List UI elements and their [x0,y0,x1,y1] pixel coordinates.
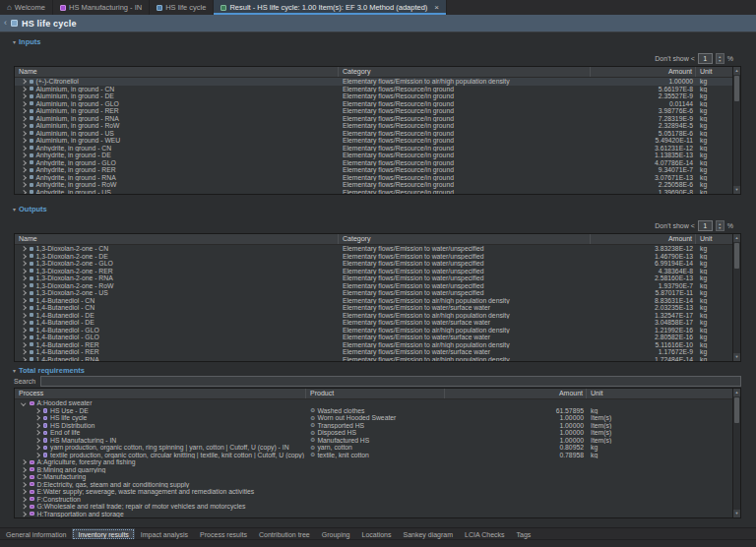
column-header-amount[interactable]: Amount [445,389,587,398]
expand-chevron-icon[interactable] [21,467,26,472]
table-row[interactable]: 1,3-Dioxolan-2-one - CN Elementary flows… [15,245,740,253]
tree-row[interactable]: HS life cycle ⚙ Worn out Hooded Sweater … [15,414,740,422]
table-row[interactable]: Aluminium, in ground - RER Elementary fl… [15,107,740,115]
expand-chevron-icon[interactable] [34,415,39,420]
expand-chevron-icon[interactable] [21,400,26,405]
tree-row[interactable]: H:Transportation and storage ⚙ [15,511,740,518]
expand-chevron-icon[interactable] [21,175,26,180]
expand-chevron-icon[interactable] [34,445,39,450]
expand-chevron-icon[interactable] [21,482,26,487]
tree-row[interactable]: G:Wholesale and retail trade; repair of … [15,503,740,511]
expand-chevron-icon[interactable] [21,146,26,151]
spinner-control[interactable]: ▲ ▼ [716,220,724,231]
tree-row[interactable]: End of life ⚙ Disposed HS 1.00000 Item(s… [15,429,740,437]
table-row[interactable]: Aluminium, in ground - RNA Elementary fl… [15,115,740,123]
tab-hs-manufacturing[interactable]: HS Manufacturing - IN [53,0,150,15]
table-row[interactable]: Anhydrite, in ground - US Elementary flo… [15,189,740,196]
outputs-section-header[interactable]: ▾ Outputs [13,205,47,213]
table-row[interactable]: 1,3-Dioxolan-2-one - RNA Elementary flow… [15,274,740,282]
table-row[interactable]: (+-)-Citronellol Elementary flows/Emissi… [15,78,740,86]
tree-row[interactable]: A:Agriculture, forestry and fishing ⚙ [15,458,740,466]
expand-chevron-icon[interactable] [21,116,26,121]
table-row[interactable]: 1,3-Dioxolan-2-one - US Elementary flows… [15,289,740,297]
table-row[interactable]: Aluminium, in ground - CN Elementary flo… [15,86,740,93]
tab-welcome[interactable]: ⌂ Welcome [0,0,53,15]
expand-chevron-icon[interactable] [21,497,26,502]
tree-row[interactable]: yarn production, organic cotton, ring sp… [15,444,740,452]
column-header-category[interactable]: Category [339,67,591,77]
expand-chevron-icon[interactable] [21,313,26,318]
vertical-scrollbar[interactable]: ▲ ▼ [732,234,740,361]
expand-chevron-icon[interactable] [21,305,26,310]
expand-chevron-icon[interactable] [21,334,26,339]
table-row[interactable]: Anhydrite, in ground - GLO Elementary fl… [15,159,740,167]
expand-chevron-icon[interactable] [21,131,26,136]
scrollbar-thumb[interactable] [734,76,739,101]
expand-chevron-icon[interactable] [21,190,26,195]
spinner-down-icon[interactable]: ▼ [719,59,722,63]
expand-chevron-icon[interactable] [21,474,26,479]
scroll-up-button[interactable]: ▲ [733,67,740,75]
expand-chevron-icon[interactable] [34,423,39,428]
scroll-up-button[interactable]: ▲ [733,234,740,242]
table-row[interactable]: 1,4-Butanediol - RER Elementary flows/Em… [15,348,740,356]
expand-chevron-icon[interactable] [21,246,26,251]
scroll-down-button[interactable]: ▼ [733,186,740,194]
column-header-unit[interactable]: Unit [696,67,734,77]
table-row[interactable]: 1,4-Butanediol - CN Elementary flows/Emi… [15,304,740,312]
tree-row[interactable]: E:Water supply; sewerage, waste manageme… [15,488,740,496]
table-row[interactable]: 1,4-Butanediol - DE Elementary flows/Emi… [15,319,740,327]
expand-chevron-icon[interactable] [21,152,26,157]
column-header-name[interactable]: Name [15,67,339,77]
expand-chevron-icon[interactable] [21,512,26,517]
table-row[interactable]: Anhydrite, in ground - RNA Elementary fl… [15,174,740,182]
table-row[interactable]: Anhydrite, in ground - RoW Elementary fl… [15,181,740,189]
expand-chevron-icon[interactable] [21,160,26,165]
expand-chevron-icon[interactable] [21,290,26,295]
table-row[interactable]: 1,4-Butanediol - RNA Elementary flows/Em… [15,356,740,363]
expand-chevron-icon[interactable] [21,269,26,274]
scrollbar-thumb[interactable] [734,397,739,423]
expand-chevron-icon[interactable] [21,138,26,143]
table-row[interactable]: Aluminium, in ground - RoW Elementary fl… [15,122,740,130]
dont-show-value-field[interactable]: 1 [698,220,713,231]
column-header-amount[interactable]: Amount [591,67,696,77]
scroll-down-button[interactable]: ▼ [733,353,740,361]
expand-chevron-icon[interactable] [34,430,39,435]
tree-row[interactable]: A:Hooded sweater ⚙ [15,399,740,407]
chevron-left-icon[interactable]: ‹ [4,19,7,28]
tab-result[interactable]: Result - HS life cycle: 1.00 Item(s): EF… [214,0,447,15]
expand-chevron-icon[interactable] [21,254,26,259]
expand-chevron-icon[interactable] [34,408,39,413]
expand-chevron-icon[interactable] [34,453,39,457]
table-row[interactable]: Anhydrite, in ground - CN Elementary flo… [15,145,740,152]
scroll-down-button[interactable]: ▼ [733,510,740,517]
column-header-amount[interactable]: Amount [591,234,696,244]
table-row[interactable]: Aluminium, in ground - GLO Elementary fl… [15,100,740,108]
vertical-scrollbar[interactable]: ▲ ▼ [732,389,740,517]
expand-chevron-icon[interactable] [21,342,26,347]
spinner-down-icon[interactable]: ▼ [719,226,722,230]
table-row[interactable]: Anhydrite, in ground - RER Elementary fl… [15,166,740,174]
table-row[interactable]: 1,3-Dioxolan-2-one - RER Elementary flow… [15,268,740,275]
expand-chevron-icon[interactable] [21,275,26,280]
column-header-process[interactable]: Process [15,389,306,398]
expand-chevron-icon[interactable] [21,87,26,91]
table-row[interactable]: 1,3-Dioxolan-2-one - DE Elementary flows… [15,253,740,261]
expand-chevron-icon[interactable] [21,182,26,187]
tab-hs-life-cycle[interactable]: HS life cycle [150,0,214,15]
column-header-name[interactable]: Name [15,234,339,244]
tree-row[interactable]: HS Manufacturing - IN ⚙ Manufactured HS … [15,437,740,445]
expand-chevron-icon[interactable] [21,283,26,288]
dont-show-value-field[interactable]: 1 [698,53,713,64]
expand-chevron-icon[interactable] [21,504,26,509]
expand-chevron-icon[interactable] [21,167,26,172]
expand-chevron-icon[interactable] [21,320,26,325]
vertical-scrollbar[interactable]: ▲ ▼ [732,67,740,194]
column-header-product[interactable]: Product [306,389,445,398]
tree-row[interactable]: C:Manufacturing ⚙ [15,473,740,481]
column-header-unit[interactable]: Unit [696,234,734,244]
expand-chevron-icon[interactable] [21,298,26,303]
scrollbar-thumb[interactable] [734,243,739,269]
column-header-unit[interactable]: Unit [587,389,734,398]
